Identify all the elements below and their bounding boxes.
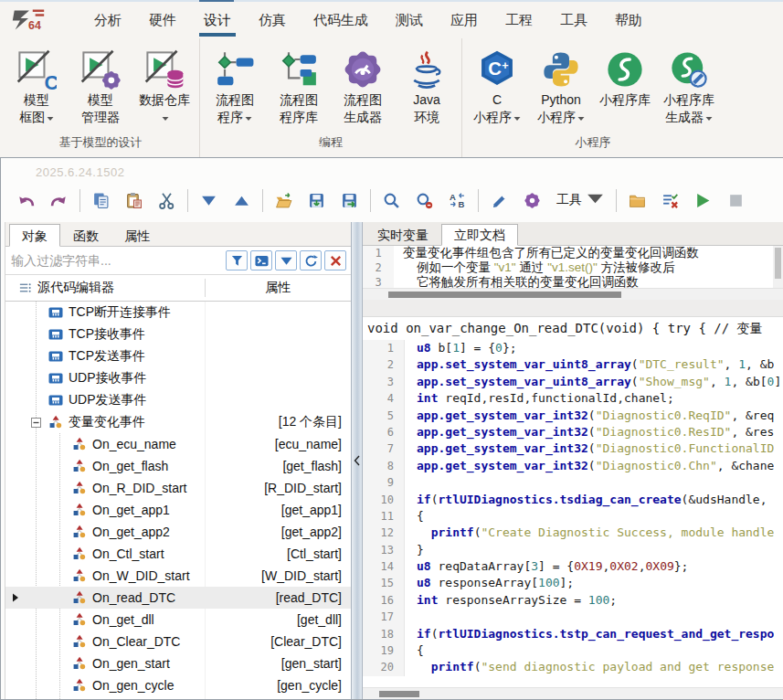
search-button[interactable]: [379, 188, 404, 212]
doc-line-text: 它将触发所有相关联的变量变化回调函数: [394, 275, 639, 288]
menu-item-1[interactable]: 硬件: [135, 0, 190, 38]
tree-row[interactable]: On_Clear_DTC[Clear_DTC]: [5, 631, 351, 652]
menu-item-3[interactable]: 仿真: [245, 0, 300, 38]
tree-row[interactable]: On_Ctl_start[Ctl_start]: [5, 543, 351, 565]
varchange-icon: [72, 459, 87, 473]
move-down-button[interactable]: [196, 188, 221, 212]
tree-row[interactable]: 变量变化事件[12 个条目]: [5, 411, 351, 433]
tree-row[interactable]: 定时触发事件: [5, 696, 351, 699]
paste-button[interactable]: [122, 188, 146, 212]
editor-line: 8app.get_system_var_int32("Diagnostic0.C…: [363, 458, 783, 474]
ribbon-button-flowchart-library[interactable]: 流程图程序库: [271, 48, 326, 126]
tree-item-property: [get_flash]: [282, 459, 342, 473]
tree-row[interactable]: UDP发送事件: [5, 389, 351, 411]
validate-button[interactable]: [658, 188, 682, 212]
menu-item-6[interactable]: 应用: [437, 0, 492, 38]
search-remove-button[interactable]: [412, 188, 437, 212]
doc-horizontal-scrollbar[interactable]: [363, 288, 783, 300]
menu-item-7[interactable]: 工程: [492, 0, 546, 38]
menu-item-0[interactable]: 分析: [80, 0, 135, 38]
refresh-button[interactable]: [300, 250, 322, 270]
tree-expander[interactable]: [31, 418, 41, 428]
ribbon-button-label: 框图: [19, 109, 54, 126]
list-icon: [18, 281, 32, 294]
doc-tab-1[interactable]: 立即文档: [441, 224, 518, 246]
cut-icon: [158, 192, 175, 209]
run-button[interactable]: [691, 188, 715, 212]
menu-item-8[interactable]: 工具: [546, 0, 601, 38]
clear-button[interactable]: [324, 250, 346, 270]
tree-row[interactable]: On_W_DID_start[W_DID_start]: [5, 565, 351, 587]
replace-icon: AB: [449, 192, 466, 209]
object-tab-2[interactable]: 属性: [111, 224, 163, 246]
tree-row[interactable]: UDP接收事件: [5, 367, 351, 389]
ribbon-button-model-diagram[interactable]: C模型框图: [9, 48, 64, 126]
ribbon-button-data-warehouse[interactable]: 数据仓库: [137, 48, 192, 126]
tree-row[interactable]: On_gen_start[gen_start]: [5, 652, 351, 674]
c-applet-icon: C+: [477, 49, 517, 90]
tree-row[interactable]: TCP发送事件: [5, 345, 351, 367]
doc-tab-0[interactable]: 实时变量: [365, 224, 441, 245]
tree-row[interactable]: On_ecu_name[ecu_name]: [5, 433, 351, 455]
tree-row[interactable]: On_R_DID_start[R_DID_start]: [5, 477, 351, 499]
tree-row[interactable]: TCP接收事件: [5, 323, 351, 345]
code-line-text: app.get_system_var_int32("Diagnostic0.Ch…: [405, 458, 774, 474]
code-lines: 1u8 b[1] = {0};2app.set_system_var_uint8…: [363, 340, 783, 687]
doc-vertical-scrollbar[interactable]: [773, 246, 783, 288]
ribbon-button-applet-lib-generator[interactable]: 小程序库生成器: [661, 48, 716, 126]
caret-down-icon: [576, 109, 585, 126]
cut-button[interactable]: [154, 188, 179, 212]
version-label: 2025.6.24.1502: [36, 165, 124, 179]
menu-item-4[interactable]: 代码生成: [300, 0, 382, 38]
ribbon-button-python-applet[interactable]: Python小程序: [534, 48, 588, 126]
tree-row[interactable]: On_get_app1[get_app1]: [5, 499, 351, 521]
data-warehouse-icon: [144, 49, 185, 90]
ribbon-button-flowchart-program[interactable]: 流程图程序: [207, 48, 262, 126]
ribbon-button-c-applet[interactable]: C+C小程序: [470, 48, 524, 126]
ribbon-button-model-manager[interactable]: 模型管理器: [73, 48, 128, 126]
refresh-icon: [304, 254, 318, 268]
open-file-button[interactable]: [271, 188, 296, 212]
filter-input[interactable]: [11, 253, 223, 268]
ribbon-group: C模型框图模型管理器数据仓库基于模型的设计: [2, 38, 200, 157]
code-horizontal-scrollbar[interactable]: [363, 687, 783, 699]
object-tab-0[interactable]: 对象: [9, 224, 60, 247]
settings-button[interactable]: [520, 188, 545, 212]
save-button[interactable]: [304, 188, 329, 212]
tree-item-label: TCP接收事件: [69, 326, 145, 343]
menu-item-2[interactable]: 设计: [190, 0, 245, 38]
collapse-button[interactable]: [275, 250, 297, 270]
tree-row[interactable]: On_read_DTC[read_DTC]: [5, 587, 351, 609]
ribbon-button-applet-lib[interactable]: 小程序库: [598, 48, 652, 109]
menu-item-5[interactable]: 测试: [382, 0, 437, 38]
ribbon-button-flowchart-generator[interactable]: 流程图生成器: [335, 48, 390, 126]
stop-button[interactable]: [724, 188, 748, 212]
filter-button[interactable]: [226, 250, 248, 270]
expression-button[interactable]: [250, 250, 272, 270]
editor-line: 20 printf("send diagnostic payload and g…: [363, 659, 783, 675]
ribbon-button-java-env[interactable]: Java环境: [399, 48, 454, 126]
folder-button[interactable]: [625, 188, 650, 212]
edit-button[interactable]: [487, 188, 512, 212]
menu-item-9[interactable]: 帮助: [601, 0, 656, 38]
copy-button[interactable]: [89, 188, 113, 212]
tree-row[interactable]: On_get_dll[get_dll]: [5, 609, 351, 631]
editor-window: 2025.6.24.1502 AB工具 对象函数属性 源代码编辑器 属性 TCP…: [0, 157, 783, 700]
panel-splitter[interactable]: [351, 222, 363, 699]
tree-row[interactable]: On_get_app2[get_app2]: [5, 521, 351, 543]
editor-line: 14u8 reqDataArray[3] = {0X19,0X02,0X09};: [363, 558, 783, 575]
object-tab-1[interactable]: 函数: [60, 224, 111, 246]
tree-row[interactable]: On_get_flash[get_flash]: [5, 455, 351, 477]
tree-row[interactable]: TCP断开连接事件: [5, 302, 351, 323]
code-line-number: 1: [363, 340, 405, 356]
replace-button[interactable]: AB: [445, 188, 470, 212]
toolbar-button-label: 工具: [556, 192, 582, 208]
code-editor[interactable]: void on_var_change_On_read_DTC(void) { t…: [363, 317, 783, 699]
redo-button[interactable]: [47, 188, 71, 212]
tools-button[interactable]: 工具: [553, 188, 608, 212]
tree-row[interactable]: On_gen_cycle[gen_cycle]: [5, 674, 351, 696]
save-as-button[interactable]: [337, 188, 362, 212]
undo-button[interactable]: [14, 188, 38, 212]
move-up-button[interactable]: [229, 188, 254, 212]
open-file-icon: [275, 192, 292, 209]
